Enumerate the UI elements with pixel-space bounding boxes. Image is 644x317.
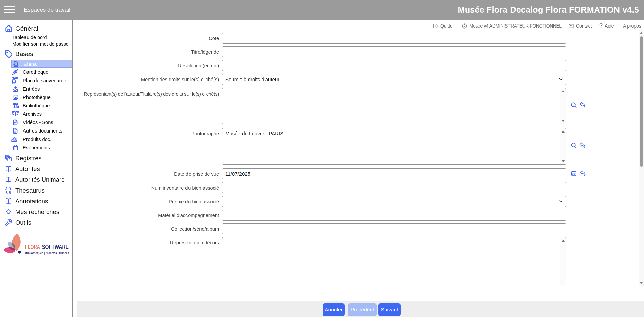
field-label-date-prise-vue: Date de prise de vue <box>73 168 219 179</box>
hamburger-menu-icon[interactable] <box>4 6 15 14</box>
textarea-scrollbar[interactable] <box>560 238 566 286</box>
sidebar-item-label: Archives <box>23 110 42 118</box>
collection-input[interactable] <box>222 223 566 234</box>
person-circle-icon <box>462 23 467 29</box>
mention-droits-select[interactable]: Soumis à droits d'auteur <box>222 74 566 85</box>
sidebar-item-label: Evènements <box>23 144 50 152</box>
scroll-up-arrow-icon[interactable] <box>562 131 565 133</box>
scroll-down-arrow-icon[interactable] <box>562 160 565 162</box>
page-scrollbar[interactable] <box>639 30 644 286</box>
field-label-prefixe-bien: Préfixe du bien associé <box>73 196 219 207</box>
sidebar-item-entrees[interactable]: Entrées <box>11 85 72 93</box>
date-prise-vue-input[interactable]: 11/07/2025 <box>222 168 566 179</box>
about-link[interactable]: A propos <box>623 20 641 32</box>
sidebar-item-biens[interactable]: Biens <box>11 60 72 68</box>
sidebar-section-bases[interactable]: Bases <box>0 50 72 58</box>
materiel-input[interactable] <box>222 210 566 221</box>
sidebar-section-annotations[interactable]: Annotations <box>0 197 72 206</box>
sidebar-item-evenements[interactable]: Evènements <box>11 144 72 152</box>
sidebar-section-label: Registres <box>15 155 42 162</box>
sidebar-section-thesaurus[interactable]: A B Thesaurus <box>0 186 72 195</box>
sidebar-section-general[interactable]: Général <box>0 24 72 33</box>
scrollbar-thumb[interactable] <box>640 36 643 167</box>
sidebar-section-autorites[interactable]: Autorités <box>0 164 72 174</box>
sidebar-item-label: Bibliothèque <box>23 102 50 110</box>
sidebar-item-produits-doc[interactable]: Produits doc. <box>11 135 72 144</box>
sidebar-section-label: Thesaurus <box>15 187 45 194</box>
sidebar-section-label: Mes recherches <box>15 208 59 216</box>
calendar-icon[interactable] <box>571 170 577 177</box>
field-label-cote: Cote <box>73 33 219 44</box>
scroll-down-arrow-icon[interactable] <box>562 120 565 122</box>
textarea-scrollbar[interactable] <box>560 129 566 164</box>
field-label-resolution: Résolution (en dpi) <box>73 60 219 71</box>
sidebar-section-label: Général <box>15 25 38 32</box>
chevron-down-icon <box>559 78 563 81</box>
user-link[interactable]: Musée v4 ADMINISTRATEUR FONCTIONNEL <box>462 20 562 32</box>
scroll-up-arrow-icon[interactable] <box>562 240 565 242</box>
star-icon <box>5 208 12 216</box>
wrench-icon <box>5 219 12 226</box>
sidebar-item-phototheque[interactable]: Photothèque <box>11 93 72 102</box>
sidebar-item-archives[interactable]: Archives <box>11 110 72 118</box>
contact-link[interactable]: Contact <box>568 20 592 32</box>
photographe-textarea[interactable]: Musée du Louvre - PARIS <box>222 128 566 165</box>
search-icon[interactable] <box>571 142 577 149</box>
sidebar-section-registres[interactable]: Registres <box>0 154 72 163</box>
undo-icon[interactable] <box>579 142 586 149</box>
calendar-grid-icon <box>12 144 19 151</box>
cancel-button[interactable]: Annuler <box>323 303 345 316</box>
undo-icon[interactable] <box>579 102 586 108</box>
sidebar-section-autorites-unimarc[interactable]: Autorités Unimarc <box>0 175 72 184</box>
sidebar-section-label: Autorités Unimarc <box>15 176 64 183</box>
resolution-input[interactable] <box>222 60 566 71</box>
sidebar-item-bibliotheque[interactable]: Bibliothèque <box>11 102 72 110</box>
cote-input[interactable] <box>222 33 566 44</box>
core-sample-icon <box>12 69 19 75</box>
sidebar-section-label: Annotations <box>15 198 48 205</box>
sidebar-item-plan-de-sauvegarde[interactable]: Plan de sauvegarde <box>11 76 72 85</box>
sidebar-item-carotheque[interactable]: Carothèque <box>11 68 72 76</box>
open-box-icon <box>12 111 19 117</box>
previous-button[interactable]: Précédent <box>348 303 377 316</box>
exit-icon <box>433 23 438 29</box>
sidebar-item-videos-sons[interactable]: Vidéos - Sons <box>11 118 72 127</box>
books-icon <box>12 102 19 109</box>
field-label-mention-droits: Mention des droits sur le(s) cliché(s) <box>73 74 219 85</box>
sidebar: Général Tableau de bord Modifier son mot… <box>0 20 73 317</box>
quick-links-bar: Quitter Musée v4 ADMINISTRATEUR FONCTION… <box>0 20 644 32</box>
sidebar-item-tableau-de-bord[interactable]: Tableau de bord <box>12 34 47 40</box>
representant-textarea[interactable] <box>222 88 566 124</box>
next-button[interactable]: Suivant <box>378 303 401 316</box>
about-label: A propos <box>623 23 641 29</box>
scroll-up-arrow-icon[interactable] <box>640 32 643 34</box>
sidebar-section-label: Outils <box>15 219 31 226</box>
undo-icon[interactable] <box>579 170 586 177</box>
prefixe-bien-select[interactable] <box>222 196 566 207</box>
fire-extinguisher-icon <box>12 77 19 84</box>
quit-label: Quitter <box>440 23 454 29</box>
svg-text:B: B <box>9 191 11 194</box>
help-link[interactable]: ? Aide <box>599 20 614 32</box>
contact-label: Contact <box>576 23 592 29</box>
sidebar-item-label: Biens <box>23 60 37 69</box>
textarea-scrollbar[interactable] <box>560 89 566 124</box>
scroll-up-arrow-icon[interactable] <box>562 91 565 92</box>
help-label: Aide <box>605 23 614 29</box>
logo-tagline: Bibliothèques | Archives | Musées <box>25 251 69 255</box>
sidebar-item-modifier-mot-de-passe[interactable]: Modifier son mot de passe <box>12 41 69 47</box>
num-inventaire-input[interactable] <box>222 182 566 193</box>
sidebar-section-mes-recherches[interactable]: Mes recherches <box>0 207 72 217</box>
sidebar-section-outils[interactable]: Outils <box>0 218 72 227</box>
logo-brand-primary: FLORA <box>25 244 40 250</box>
workspace-label[interactable]: Espaces de travail <box>24 0 70 20</box>
search-icon[interactable] <box>571 102 577 108</box>
scroll-down-arrow-icon[interactable] <box>640 282 643 284</box>
sidebar-item-label: Plan de sauvegarde <box>23 76 66 85</box>
open-book-icon <box>5 176 12 183</box>
sort-alpha-icon: A B <box>5 187 12 194</box>
quit-link[interactable]: Quitter <box>433 20 454 32</box>
representation-decors-textarea[interactable] <box>222 237 566 286</box>
titre-legende-input[interactable] <box>222 46 566 57</box>
sidebar-item-autres-documents[interactable]: Autres documents <box>11 127 72 135</box>
